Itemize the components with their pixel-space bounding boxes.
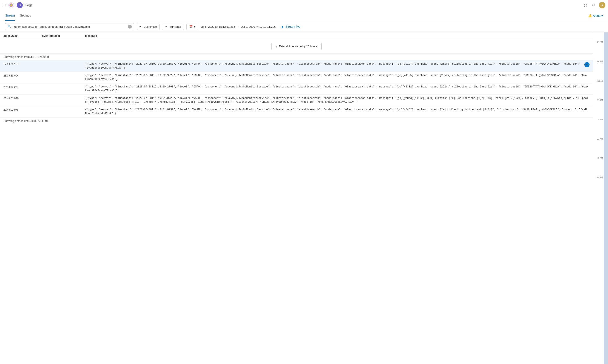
calendar-icon: 📅	[189, 25, 193, 28]
timeline-label: 06 AM	[597, 118, 603, 121]
timeline-sidebar: 06 PM09 PMThu 1903 AM06 AM09 AM12 PM03 P…	[593, 32, 608, 364]
tab-bar: Stream Settings 🔔 Alerts ▾	[0, 10, 608, 21]
timeline-label: 03 AM	[597, 99, 603, 101]
log-message: {"type": "server", "timestamp": "2020-07…	[85, 96, 590, 104]
entries-until-label: Showing entries until Jul 8, 23:49:01	[0, 117, 593, 124]
tab-stream[interactable]: Stream	[5, 11, 15, 21]
timeline-label: 09 PM	[597, 60, 603, 63]
search-box: 🔍 ✕	[5, 23, 134, 30]
project-badge[interactable]: D	[17, 2, 23, 8]
eye-icon: 👁	[140, 25, 142, 28]
user-avatar[interactable]: a	[599, 2, 605, 8]
timeline-label: 12 PM	[597, 157, 603, 159]
entries-from-label: Showing entries from Jul 8, 17:09:30	[0, 53, 593, 60]
column-headers: Jul 8, 2020 event.dataset Message	[0, 32, 593, 39]
chevron-down-icon: ▾	[601, 14, 603, 17]
clear-search-button[interactable]: ✕	[128, 25, 132, 29]
search-input[interactable]	[13, 25, 126, 28]
chevron-down-icon: ▾	[194, 25, 195, 28]
log-time: 17:09:30.157	[3, 62, 42, 66]
col-header-dataset: event.dataset	[42, 34, 85, 37]
log-message: {"type": "server", "timestamp": "2020-07…	[85, 62, 583, 70]
log-rows-container: 17:09:30.157{"type": "server", "timestam…	[0, 60, 593, 117]
timeline-label: 09 AM	[597, 138, 603, 140]
timeline-bar	[604, 32, 608, 364]
log-message: {"type": "server", "timestamp": "2020-07…	[85, 108, 590, 115]
timeline-label: 06 PM	[597, 41, 603, 43]
search-icon: 🔍	[8, 25, 11, 28]
alerts-button[interactable]: 🔔 Alerts ▾	[588, 14, 603, 17]
table-row: 23:49:01.076{"type": "server", "timestam…	[0, 94, 593, 106]
log-time: 23:13:10.277	[3, 85, 42, 89]
radar-icon[interactable]: ◎	[584, 3, 587, 8]
customize-button[interactable]: 👁 Customize	[137, 24, 159, 30]
timeline-label: Thu 19	[596, 80, 603, 82]
col-header-time: Jul 8, 2020	[3, 34, 42, 37]
table-row: 17:09:30.157{"type": "server", "timestam…	[0, 60, 593, 72]
mail-icon[interactable]: ✉	[592, 3, 595, 8]
log-time: 23:09:23.004	[3, 74, 42, 78]
date-from: Jul 8, 2020 @ 15:13:11.286	[201, 25, 235, 28]
bell-icon: 🔔	[588, 14, 592, 17]
topbar: ☰ D Logs ◎ ✉ a	[0, 0, 608, 10]
log-area: Jul 8, 2020 event.dataset Message ↑ Exte…	[0, 32, 608, 364]
log-time: 23:49:01.076	[3, 108, 42, 112]
extend-bar: ↑ Extend time frame by 26 hours	[0, 39, 593, 53]
table-row: 23:09:23.004{"type": "server", "timestam…	[0, 72, 593, 83]
table-row: 23:49:01.076{"type": "server", "timestam…	[0, 106, 593, 117]
timeline-label: 03 PM	[597, 176, 603, 179]
date-arrow-icon: →	[237, 25, 239, 28]
date-to: Jul 9, 2020 @ 17:13:11.286	[241, 25, 276, 28]
toolbar: 🔍 ✕ 👁 Customize ✦ Highlights 📅 ▾ Jul 8, …	[0, 21, 608, 32]
table-row: 23:13:10.277{"type": "server", "timestam…	[0, 83, 593, 94]
stream-live-button[interactable]: ▶ Stream live	[282, 25, 300, 28]
log-message: {"type": "server", "timestamp": "2020-07…	[85, 85, 590, 93]
highlights-icon: ✦	[165, 25, 167, 28]
tab-settings[interactable]: Settings	[20, 11, 31, 21]
hamburger-icon[interactable]: ☰	[3, 3, 6, 7]
log-message: {"type": "server", "timestamp": "2020-07…	[85, 74, 590, 81]
log-content: Jul 8, 2020 event.dataset Message ↑ Exte…	[0, 32, 593, 364]
app-logo	[8, 2, 14, 8]
col-header-message: Message	[85, 34, 590, 37]
log-time: 23:49:01.076	[3, 96, 42, 100]
page-title: Logs	[25, 3, 32, 7]
play-icon: ▶	[282, 25, 284, 28]
date-range-display: Jul 8, 2020 @ 15:13:11.286 → Jul 9, 2020…	[201, 25, 276, 28]
date-picker-button[interactable]: 📅 ▾	[186, 24, 198, 30]
row-menu-button[interactable]: •••	[584, 62, 590, 67]
up-arrow-icon: ↑	[276, 45, 277, 48]
extend-timeframe-button[interactable]: ↑ Extend time frame by 26 hours	[271, 43, 322, 50]
highlights-button[interactable]: ✦ Highlights	[162, 24, 184, 30]
